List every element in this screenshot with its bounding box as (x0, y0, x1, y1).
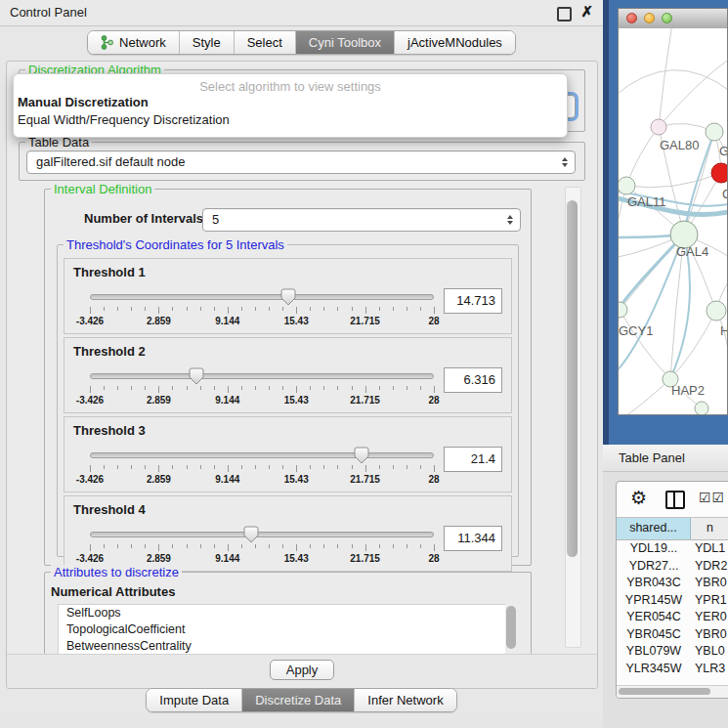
table-row[interactable]: YLR345WYLR3 (617, 661, 728, 678)
split-columns-icon[interactable] (665, 491, 685, 509)
slider-track[interactable] (90, 532, 434, 537)
node-bottom[interactable] (695, 402, 708, 414)
table-row[interactable]: YDR27...YDR2 (617, 558, 728, 576)
select-columns-checkboxes-icon[interactable]: ☑☑ (699, 490, 725, 505)
cell-shared-name[interactable]: YER054C (617, 609, 691, 626)
tab-impute-data[interactable]: Impute Data (147, 689, 241, 711)
tab-style[interactable]: Style (179, 31, 234, 54)
number-of-intervals-combobox[interactable]: 5 (202, 208, 521, 232)
cell-shared-name[interactable]: YIL052C (617, 677, 691, 678)
minimize-traffic-light-icon[interactable] (644, 13, 655, 23)
attribute-item[interactable]: SelfLoops (59, 605, 506, 621)
numerical-attributes-list[interactable]: SelfLoopsTopologicalCoefficientBetweenne… (58, 604, 507, 657)
network-window-titlebar[interactable] (619, 9, 727, 29)
tick-mark (117, 307, 118, 311)
scrollbar-thumb[interactable] (619, 688, 710, 695)
cell-shared-name[interactable]: YBR045C (617, 626, 691, 644)
table-row[interactable]: YER054CYER0 (617, 609, 728, 626)
network-canvas[interactable]: GAL80GAGAL11CGAL4GCY1HHAP2 (619, 28, 727, 414)
tab-discretize-data[interactable]: Discretize Data (241, 689, 354, 711)
network-edge[interactable] (670, 311, 716, 379)
network-edge[interactable] (620, 310, 670, 379)
tab-infer-network[interactable]: Infer Network (354, 689, 455, 711)
cell-name[interactable]: YPR1 (691, 592, 728, 610)
number-of-intervals-label: Number of Intervals (84, 211, 203, 226)
table-row[interactable]: YPR145WYPR1 (617, 592, 728, 610)
slider-track[interactable] (90, 294, 434, 300)
cell-name[interactable]: YDL1 (691, 540, 728, 558)
tab-network[interactable]: Network (88, 31, 179, 54)
apply-button[interactable]: Apply (270, 660, 335, 680)
slider-track[interactable] (90, 373, 434, 379)
slider-thumb[interactable] (243, 526, 259, 543)
table-horizontal-scrollbar[interactable] (617, 685, 728, 698)
cell-name[interactable]: YIL0 (691, 677, 728, 678)
cell-shared-name[interactable]: YDR27... (617, 558, 691, 576)
table-row[interactable]: YDL19...YDL1 (617, 540, 728, 558)
threshold-slider-3[interactable]: -3.4262.8599.14415.4321.71528 (90, 452, 434, 482)
network-edge[interactable] (659, 28, 672, 127)
table-row[interactable]: YBR043CYBR0 (617, 575, 728, 592)
table-row[interactable]: YBL079WYBL0 (617, 643, 728, 661)
slider-thumb[interactable] (280, 288, 296, 306)
tick-mark (296, 307, 297, 314)
cell-shared-name[interactable]: YLR345W (617, 661, 691, 678)
slider-track[interactable] (90, 452, 434, 458)
slider-thumb[interactable] (354, 447, 369, 464)
column-header[interactable]: shared... (617, 518, 691, 539)
network-graph[interactable]: GAL80GAGAL11CGAL4GCY1HHAP2 (619, 28, 727, 414)
node-red[interactable] (711, 163, 727, 183)
cell-name[interactable]: YBR0 (691, 575, 728, 592)
network-edge[interactable] (626, 127, 659, 186)
attribute-item[interactable]: BetweennessCentrality (59, 638, 506, 655)
slider-thumb[interactable] (189, 367, 204, 385)
node-gal11[interactable] (619, 177, 635, 194)
algorithm-option[interactable]: Equal Width/Frequency Discretization (14, 111, 567, 129)
close-traffic-light-icon[interactable] (626, 13, 637, 23)
algorithm-option[interactable]: Manual Discretization (14, 94, 567, 111)
table-row[interactable]: YBR045CYBR0 (617, 626, 728, 644)
node-gal80[interactable] (651, 119, 666, 135)
close-icon[interactable]: ✗ (580, 3, 593, 21)
cell-shared-name[interactable]: YPR145W (617, 592, 691, 610)
tab-jactivemnodules[interactable]: jActiveMNodules (394, 31, 515, 54)
threshold-slider-1[interactable]: -3.4262.8599.14415.4321.71528 (90, 294, 434, 323)
cell-name[interactable]: YBL0 (691, 643, 728, 661)
threshold-value-field[interactable]: 11.344 (444, 526, 502, 551)
node-gcy1[interactable] (619, 302, 627, 318)
panel-vertical-scrollbar[interactable] (565, 187, 581, 648)
cell-shared-name[interactable]: YBR043C (617, 575, 691, 592)
threshold-slider-4[interactable]: -3.4262.8599.14415.4321.71528 (90, 532, 434, 561)
scale-label: 2.859 (147, 553, 171, 564)
network-edge-highlighted[interactable] (619, 235, 684, 375)
threshold-value-field[interactable]: 21.4 (444, 447, 502, 472)
gear-icon[interactable]: ⚙ (630, 487, 647, 509)
network-edge[interactable] (659, 58, 727, 127)
cell-shared-name[interactable]: YDL19... (617, 540, 691, 558)
cell-name[interactable]: YBR0 (691, 626, 728, 644)
tab-cyni-toolbox[interactable]: Cyni Toolbox (295, 31, 394, 54)
table-data-combobox[interactable]: galFiltered.sif default node (26, 150, 576, 174)
cell-name[interactable]: YDR2 (691, 558, 728, 576)
cell-name[interactable]: YLR3 (691, 661, 728, 678)
node-top-right[interactable] (706, 123, 723, 141)
tick-mark (337, 544, 338, 548)
table-row[interactable]: YIL052CYIL0 (617, 677, 728, 678)
tab-select[interactable]: Select (234, 31, 295, 54)
threshold-value-field[interactable]: 14.713 (444, 288, 502, 314)
attributes-list-scrollbar[interactable] (505, 604, 517, 655)
cell-shared-name[interactable]: YBL079W (617, 643, 691, 661)
node-right[interactable] (707, 301, 726, 321)
zoom-traffic-light-icon[interactable] (662, 13, 672, 23)
scrollbar-thumb[interactable] (506, 606, 516, 649)
column-header[interactable]: n (691, 518, 728, 539)
cell-name[interactable]: YER0 (691, 609, 728, 626)
network-edge[interactable] (626, 173, 721, 188)
scrollbar-thumb[interactable] (567, 200, 578, 557)
threshold-slider-2[interactable]: -3.4262.8599.14415.4321.71528 (90, 373, 434, 403)
tick-mark (379, 307, 380, 311)
attribute-item[interactable]: TopologicalCoefficient (59, 621, 506, 638)
float-window-icon[interactable] (557, 7, 572, 21)
network-edge-highlighted[interactable] (619, 235, 684, 317)
threshold-value-field[interactable]: 6.316 (444, 367, 502, 393)
